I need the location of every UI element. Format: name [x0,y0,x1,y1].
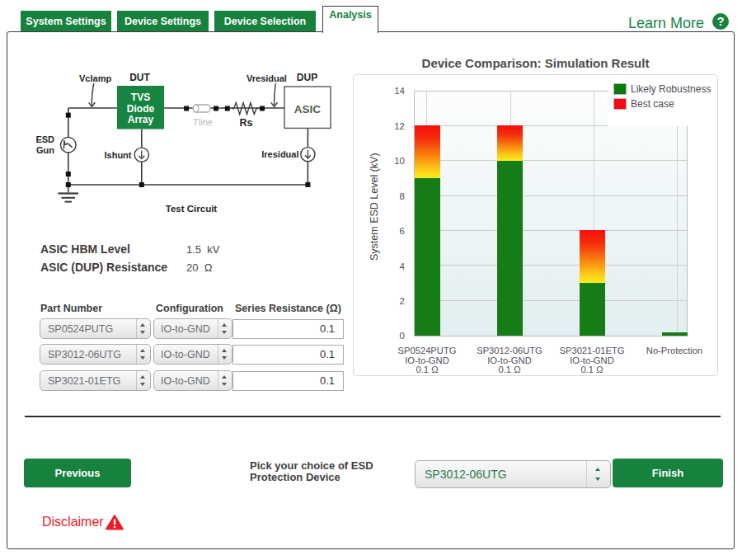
svg-text:Array: Array [128,114,154,125]
svg-text:Vresidual: Vresidual [247,73,287,83]
svg-text:Test Circuit: Test Circuit [166,204,218,214]
svg-text:TVS: TVS [131,92,150,103]
svg-text:Iresidual: Iresidual [261,149,298,159]
svg-text:Gun: Gun [36,145,54,155]
svg-text:ESD: ESD [35,134,54,144]
svg-text:Tline: Tline [193,117,213,127]
svg-text:Rs: Rs [240,117,253,129]
svg-text:Vclamp: Vclamp [79,73,111,83]
svg-text:Ishunt: Ishunt [105,150,132,160]
svg-text:ASIC: ASIC [294,103,322,115]
svg-text:DUT: DUT [129,72,150,83]
svg-text:DUP: DUP [297,72,317,83]
svg-text:Diode: Diode [127,103,155,115]
